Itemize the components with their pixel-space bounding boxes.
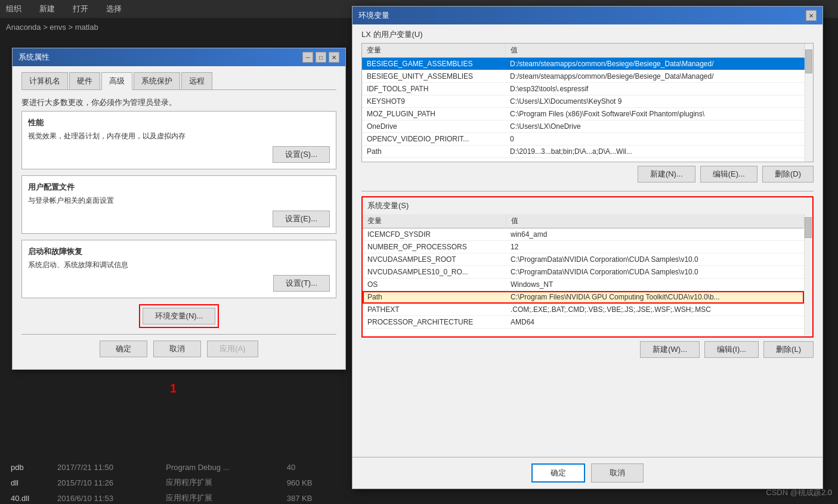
env-close-button[interactable]: ✕ bbox=[806, 10, 817, 21]
sys-new-button[interactable]: 新建(W)... bbox=[640, 341, 700, 358]
sys-var-value: win64_amd bbox=[506, 228, 804, 241]
sys-var-row[interactable]: OSWindows_NT bbox=[363, 279, 804, 291]
user-var-row[interactable]: OneDriveC:\Users\LX\OneDrive bbox=[362, 120, 805, 133]
badge-1: 1 bbox=[170, 382, 177, 395]
user-var-name: IDF_TOOLS_PATH bbox=[362, 83, 505, 95]
user-var-value: 0 bbox=[505, 133, 805, 146]
sys-vars-table-container: 变量 值 ICEMCFD_SYSDIRwin64_amdNUMBER_OF_PR… bbox=[363, 214, 812, 336]
tab-advanced[interactable]: 高级 bbox=[101, 72, 132, 90]
admin-note: 要进行大多数更改，你必须作为管理员登录。 bbox=[21, 97, 336, 108]
user-vars-scrollbar-thumb[interactable] bbox=[805, 50, 812, 73]
env-dialog-title-bar: 环境变量 ✕ bbox=[352, 7, 822, 24]
user-var-name: BESIEGE_UNITY_ASSEMBLIES bbox=[362, 70, 505, 83]
sys-var-row[interactable]: NVCUDASAMPLES_ROOTC:\ProgramData\NVIDIA … bbox=[363, 253, 804, 266]
sys-props-apply-button[interactable]: 应用(A) bbox=[207, 341, 258, 357]
user-vars-table: 变量 值 BESIEGE_GAME_ASSEMBLIESD:/steam/ste… bbox=[362, 44, 805, 158]
env-dialog-title: 环境变量 bbox=[358, 10, 389, 21]
user-var-value: C:\Users\LX\OneDrive bbox=[505, 120, 805, 133]
user-vars-scrollbar[interactable] bbox=[805, 44, 813, 162]
sys-var-name: NVCUDASAMPLES_ROOT bbox=[363, 253, 506, 266]
user-edit-button[interactable]: 编辑(E)... bbox=[700, 166, 757, 183]
user-var-value: C:\Users\LX\Documents\KeyShot 9 bbox=[505, 95, 805, 108]
toolbar-select[interactable]: 选择 bbox=[106, 4, 122, 14]
toolbar-new[interactable]: 新建 bbox=[39, 4, 55, 14]
profile-desc: 与登录帐户相关的桌面设置 bbox=[28, 196, 330, 206]
user-var-value: D:/steam/steamapps/common/Besiege/Besieg… bbox=[505, 58, 805, 70]
user-var-name: Path bbox=[362, 146, 505, 158]
sys-var-value: .COM;.EXE;.BAT;.CMD;.VBS;.VBE;.JS;.JSE;.… bbox=[506, 304, 804, 316]
toolbar-open[interactable]: 打开 bbox=[73, 4, 88, 14]
sys-var-row[interactable]: ICEMCFD_SYSDIRwin64_amd bbox=[363, 228, 804, 241]
file-row[interactable]: pdb 2017/7/21 11:50 Program Debug ... 40 bbox=[6, 459, 340, 475]
user-var-row[interactable]: PathD:\2019...3...bat;bin;D\A...a;D\A...… bbox=[362, 146, 805, 158]
sys-props-content: 计算机名 硬件 高级 系统保护 远程 要进行大多数更改，你必须作为管理员登录。 … bbox=[13, 66, 345, 369]
env-button-container: 环境变量(N)... bbox=[139, 304, 219, 328]
sys-var-name: Path bbox=[363, 291, 506, 304]
dialog-title: 系统属性 bbox=[18, 52, 50, 63]
sys-var-row[interactable]: PROCESSOR_ARCHITECTUREAMD64 bbox=[363, 316, 804, 329]
user-var-row[interactable]: OPENCV_VIDEOIO_PRIORIT...0 bbox=[362, 133, 805, 146]
file-list: pdb 2017/7/21 11:50 Program Debug ... 40… bbox=[6, 459, 340, 504]
sys-var-row[interactable]: PathC:\Program Files\NVIDIA GPU Computin… bbox=[363, 291, 804, 304]
startup-desc: 系统启动、系统故障和调试信息 bbox=[28, 260, 330, 270]
sys-var-name: ICEMCFD_SYSDIR bbox=[363, 228, 506, 241]
env-variables-dialog: 环境变量 ✕ LX 的用户变量(U) 变量 值 BESIEGE_GAME_ASS… bbox=[352, 6, 823, 489]
sys-var-name: NVCUDASAMPLES10_0_RO... bbox=[363, 266, 506, 279]
separator bbox=[361, 191, 814, 191]
user-var-row[interactable]: MOZ_PLUGIN_PATHC:\Program Files (x86)\Fo… bbox=[362, 108, 805, 120]
var-col-header: 变量 bbox=[362, 44, 505, 58]
sys-var-name: PROCESSOR_ARCHITECTURE bbox=[363, 316, 506, 329]
profile-section: 用户配置文件 与登录帐户相关的桌面设置 设置(E)... bbox=[21, 175, 336, 234]
sys-var-value: C:\ProgramData\NVIDIA Corporation\CUDA S… bbox=[506, 253, 804, 266]
user-var-name: BESIEGE_GAME_ASSEMBLIES bbox=[362, 58, 505, 70]
sys-props-cancel-button[interactable]: 取消 bbox=[153, 341, 201, 357]
system-properties-dialog: 系统属性 ─ □ ✕ 计算机名 硬件 高级 系统保护 远程 要进行大多数更改，你… bbox=[12, 48, 346, 370]
user-var-row[interactable]: IDF_TOOLS_PATHD:\esp32\tools\.espressif bbox=[362, 83, 805, 95]
user-new-button[interactable]: 新建(N)... bbox=[638, 166, 695, 183]
sys-props-title-bar: 系统属性 ─ □ ✕ bbox=[13, 48, 345, 66]
tab-computer-name[interactable]: 计算机名 bbox=[21, 72, 68, 89]
file-row[interactable]: 40.dll 2016/6/10 11:53 应用程序扩展 387 KB bbox=[6, 490, 340, 504]
tabs-bar: 计算机名 硬件 高级 系统保护 远程 bbox=[21, 72, 336, 90]
profile-settings-button[interactable]: 设置(E)... bbox=[273, 211, 330, 227]
minimize-button[interactable]: ─ bbox=[302, 52, 313, 63]
env-title-controls: ✕ bbox=[806, 10, 817, 21]
sys-vars-scrollbar-thumb[interactable] bbox=[805, 217, 812, 238]
tab-hardware[interactable]: 硬件 bbox=[69, 72, 100, 89]
user-var-row[interactable]: KEYSHOT9C:\Users\LX\Documents\KeyShot 9 bbox=[362, 95, 805, 108]
maximize-button[interactable]: □ bbox=[316, 52, 326, 63]
user-var-value: D:\esp32\tools\.espressif bbox=[505, 83, 805, 95]
user-var-name: OneDrive bbox=[362, 120, 505, 133]
env-cancel-button[interactable]: 取消 bbox=[591, 463, 644, 483]
sys-var-value: C:\ProgramData\NVIDIA Corporation\CUDA S… bbox=[506, 266, 804, 279]
user-var-name: KEYSHOT9 bbox=[362, 95, 505, 108]
user-var-value: C:\Program Files (x86)\Foxit Software\Fo… bbox=[505, 108, 805, 120]
sys-vars-box: 系统变量(S) 变量 值 ICEMCFD_SYSDIRwin64_amdNUMB… bbox=[361, 196, 814, 338]
perf-settings-button[interactable]: 设置(S)... bbox=[273, 146, 330, 163]
user-var-value: D:\2019...3...bat;bin;D\A...a;D\A...Wil.… bbox=[505, 146, 805, 158]
user-var-name: MOZ_PLUGIN_PATH bbox=[362, 108, 505, 120]
profile-title: 用户配置文件 bbox=[28, 182, 330, 193]
sys-val-col-header: 值 bbox=[506, 214, 804, 228]
sys-var-row[interactable]: NUMBER_OF_PROCESSORS12 bbox=[363, 241, 804, 253]
sys-delete-button[interactable]: 删除(L) bbox=[763, 341, 814, 358]
close-button[interactable]: ✕ bbox=[329, 52, 339, 63]
env-ok-button[interactable]: 确定 bbox=[531, 463, 585, 483]
sys-props-ok-button[interactable]: 确定 bbox=[100, 341, 147, 357]
sys-vars-scrollbar[interactable] bbox=[804, 214, 812, 336]
toolbar-organize[interactable]: 组织 bbox=[6, 4, 21, 14]
tab-sys-protection[interactable]: 系统保护 bbox=[134, 72, 180, 89]
env-variables-button[interactable]: 环境变量(N)... bbox=[143, 308, 216, 324]
tab-remote[interactable]: 远程 bbox=[181, 72, 212, 89]
user-var-row[interactable]: BESIEGE_GAME_ASSEMBLIESD:/steam/steamapp… bbox=[362, 58, 805, 70]
file-row[interactable]: dll 2015/7/10 11:26 应用程序扩展 960 KB bbox=[6, 475, 340, 490]
env-dialog-bottom: 确定 取消 bbox=[352, 457, 822, 488]
startup-settings-button[interactable]: 设置(T)... bbox=[273, 275, 330, 292]
user-var-row[interactable]: BESIEGE_UNITY_ASSEMBLIESD:/steam/steamap… bbox=[362, 70, 805, 83]
sys-var-row[interactable]: NVCUDASAMPLES10_0_RO...C:\ProgramData\NV… bbox=[363, 266, 804, 279]
perf-section: 性能 视觉效果，处理器计划，内存使用，以及虚拟内存 设置(S)... bbox=[21, 111, 336, 169]
sys-var-row[interactable]: PATHEXT.COM;.EXE;.BAT;.CMD;.VBS;.VBE;.JS… bbox=[363, 304, 804, 316]
perf-title: 性能 bbox=[28, 118, 330, 128]
sys-edit-button[interactable]: 编辑(I)... bbox=[704, 341, 759, 358]
user-delete-button[interactable]: 删除(D) bbox=[762, 166, 814, 183]
